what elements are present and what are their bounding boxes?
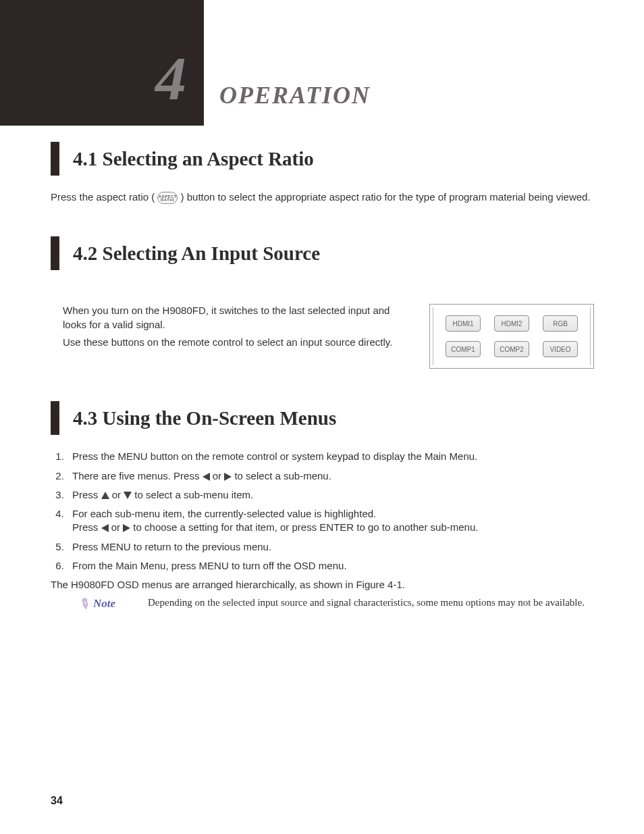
text-fragment: or: [210, 470, 225, 481]
text-fragment: ) button to select the appropriate aspec…: [181, 191, 591, 203]
section-4-3: 4.3 Using the On-Screen Menus Press the …: [51, 401, 594, 612]
aspect-ratio-button-icon: ASPECT RATIO: [157, 192, 178, 204]
steps-list: Press the MENU button on the remote cont…: [51, 450, 594, 573]
heading-bar: [51, 236, 59, 270]
list-item: There are five menus. Press or to select…: [67, 469, 594, 483]
text-fragment: Press: [72, 521, 101, 533]
heading-bar: [51, 401, 59, 435]
paragraph: Use these buttons on the remote control …: [63, 336, 416, 349]
remote-button-video: VIDEO: [543, 341, 578, 357]
text-fragment: to select a sub-menu.: [232, 470, 331, 481]
arrow-up-icon: [101, 492, 109, 499]
note-label: Note: [93, 597, 115, 610]
aspect-label-2: RATIO: [161, 199, 175, 202]
section-heading-4-3: 4.3 Using the On-Screen Menus: [51, 401, 594, 435]
arrow-right-icon: [123, 524, 130, 532]
arrow-left-icon: [101, 524, 109, 532]
text-fragment: Press the aspect ratio (: [51, 191, 157, 203]
note-block: ✎ Note Depending on the selected input s…: [51, 596, 594, 612]
section-4-1: 4.1 Selecting an Aspect Ratio Press the …: [51, 142, 594, 204]
text-fragment: For each sub-menu item, the currently-se…: [72, 508, 376, 519]
heading-bar: [51, 142, 59, 176]
section-heading-4-1: 4.1 Selecting an Aspect Ratio: [51, 142, 594, 176]
chapter-number: 4: [155, 47, 186, 109]
list-item: For each sub-menu item, the currently-se…: [67, 507, 594, 535]
text-fragment: or: [109, 489, 124, 500]
list-item: From the Main Menu, press MENU to turn o…: [67, 559, 594, 573]
list-item: Press the MENU button on the remote cont…: [67, 450, 594, 463]
chapter-title: OPERATION: [219, 81, 371, 109]
section-title: 4.3 Using the On-Screen Menus: [73, 407, 336, 429]
section-title: 4.1 Selecting an Aspect Ratio: [73, 148, 314, 170]
remote-button-hdmi1: HDMI1: [446, 315, 481, 332]
paragraph: When you turn on the H9080FD, it switche…: [63, 304, 416, 332]
section-4-2: 4.2 Selecting An Input Source When you t…: [51, 236, 594, 369]
section-heading-4-2: 4.2 Selecting An Input Source: [51, 236, 594, 270]
text-fragment: to choose a setting for that item, or pr…: [130, 521, 478, 533]
pencil-icon: ✎: [76, 594, 95, 614]
page-number: 34: [51, 795, 63, 807]
text-fragment: Press: [72, 489, 101, 500]
text-fragment: or: [109, 521, 124, 533]
section-4-1-text: Press the aspect ratio ( ASPECT RATIO ) …: [51, 190, 594, 204]
remote-button-comp1: COMP1: [446, 341, 481, 357]
page-content: 4.1 Selecting an Aspect Ratio Press the …: [51, 142, 594, 612]
note-icon: ✎ Note: [79, 596, 134, 612]
arrow-right-icon: [224, 473, 232, 481]
closing-text: The H9080FD OSD menus are arranged hiera…: [51, 578, 594, 592]
remote-button-rgb: RGB: [543, 315, 578, 332]
section-4-2-text: When you turn on the H9080FD, it switche…: [51, 304, 416, 353]
remote-input-diagram: HDMI1 HDMI2 RGB COMP1 COMP2 VIDEO: [429, 304, 594, 369]
note-text: Depending on the selected input source a…: [148, 596, 594, 610]
arrow-left-icon: [203, 473, 210, 481]
section-title: 4.2 Selecting An Input Source: [73, 242, 320, 265]
list-item: Press or to select a sub-menu item.: [67, 488, 594, 502]
remote-button-hdmi2: HDMI2: [494, 315, 529, 332]
text-fragment: There are five menus. Press: [72, 470, 203, 481]
text-fragment: to select a sub-menu item.: [132, 489, 253, 500]
arrow-down-icon: [124, 492, 132, 499]
list-item: Press MENU to return to the previous men…: [67, 540, 594, 554]
remote-button-comp2: COMP2: [494, 341, 529, 357]
